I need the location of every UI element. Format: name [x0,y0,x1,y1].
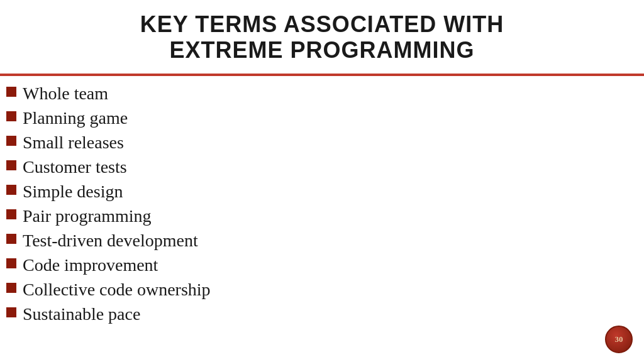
bullet-icon [6,160,16,170]
bullet-icon [6,209,16,219]
header: KEY TERMS ASSOCIATED WITH EXTREME PROGRA… [0,0,644,70]
list-item-text: Planning game [23,107,128,129]
list-item-text: Small releases [23,131,124,153]
list-item-text: Sustainable pace [23,303,140,325]
slide-number: 30 [615,334,623,344]
content-area: Whole teamPlanning gameSmall releasesCus… [0,76,644,334]
list-item: Customer tests [6,156,625,178]
slide-title: KEY TERMS ASSOCIATED WITH EXTREME PROGRA… [13,11,631,63]
bullet-icon [6,258,16,268]
list-item: Pair programming [6,205,625,227]
list-item-text: Whole team [23,82,108,104]
bullet-icon [6,185,16,195]
bullet-icon [6,111,16,121]
title-line2: EXTREME PROGRAMMING [169,37,474,63]
bullet-icon [6,136,16,146]
bullet-icon [6,87,16,97]
bullet-icon [6,307,16,317]
list-item-text: Customer tests [23,156,127,178]
list-item: Small releases [6,131,625,153]
list-item: Simple design [6,180,625,202]
bullet-icon [6,283,16,293]
list-item: Code improvement [6,254,625,276]
list-item-text: Simple design [23,180,123,202]
list-item: Whole team [6,82,625,104]
list-item-text: Collective code ownership [23,278,211,300]
title-line1: KEY TERMS ASSOCIATED WITH [140,11,504,37]
list-item-text: Code improvement [23,254,158,276]
list-item: Planning game [6,107,625,129]
list-item: Test-driven development [6,229,625,251]
bullet-icon [6,234,16,244]
list-item: Sustainable pace [6,303,625,325]
slide: KEY TERMS ASSOCIATED WITH EXTREME PROGRA… [0,0,644,362]
list-item-text: Pair programming [23,205,152,227]
list-item-text: Test-driven development [23,229,198,251]
list-item: Collective code ownership [6,278,625,300]
slide-number-badge: 30 [605,326,633,353]
